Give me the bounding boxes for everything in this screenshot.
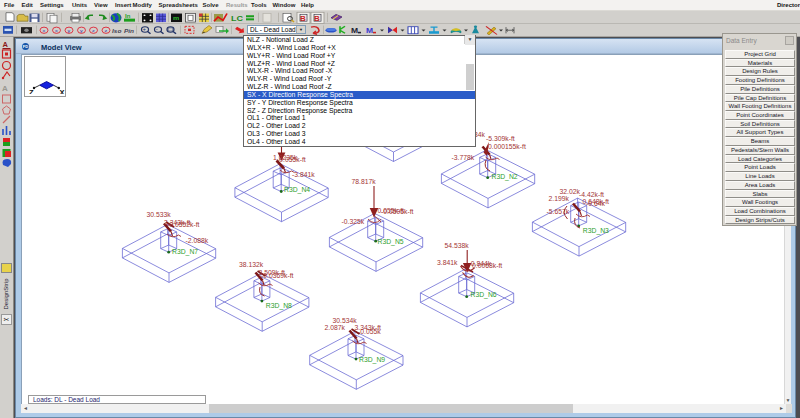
svg-text:-5.309k-ft: -5.309k-ft [486, 135, 515, 142]
svg-text:R3D_N6: R3D_N6 [471, 291, 497, 299]
svg-text:38.132k: 38.132k [239, 261, 264, 268]
svg-text:M: M [366, 27, 373, 35]
svg-text:R3D_N7: R3D_N7 [172, 248, 198, 256]
svg-text:y: y [80, 28, 83, 32]
svg-text:Iso: Iso [112, 28, 122, 33]
svg-text:+: + [143, 27, 147, 32]
svg-text:-0.0369k-ft: -0.0369k-ft [261, 272, 294, 279]
svg-text:2.087k: 2.087k [325, 324, 346, 331]
svg-text:-3.778k: -3.778k [452, 154, 475, 161]
svg-text:54.538k: 54.538k [445, 242, 470, 249]
svg-text:-2.088k: -2.088k [186, 237, 209, 244]
svg-text:M: M [351, 27, 358, 35]
svg-text:R3D_N9: R3D_N9 [359, 356, 385, 364]
svg-text:0.000155k-ft: 0.000155k-ft [488, 143, 526, 150]
svg-text:R3D_N5: R3D_N5 [378, 238, 404, 246]
svg-text:m: m [173, 15, 179, 21]
svg-text:-0.64k: -0.64k [586, 200, 605, 207]
svg-text:X: X [59, 88, 64, 95]
svg-text:In: In [125, 13, 131, 18]
svg-text:78.817k: 78.817k [352, 178, 377, 185]
svg-text:3.841k: 3.841k [437, 259, 458, 266]
svg-text:Z: Z [29, 88, 34, 95]
svg-text:Pin: Pin [124, 28, 135, 33]
svg-text:-3.841k: -3.841k [292, 171, 315, 178]
svg-text:-4.42k-ft: -4.42k-ft [579, 191, 604, 198]
svg-text:32.02k: 32.02k [560, 188, 581, 195]
svg-text:R3D_N2: R3D_N2 [492, 173, 518, 181]
svg-text:30.534k: 30.534k [333, 317, 358, 324]
svg-text:z: z [105, 28, 108, 32]
svg-text:R3D_N8: R3D_N8 [266, 302, 292, 310]
svg-text:-5.657k: -5.657k [547, 208, 570, 215]
svg-text:0.0068k-ft: 0.0068k-ft [472, 262, 502, 269]
svg-text:-0.055k-ft: -0.055k-ft [277, 156, 306, 163]
svg-text:-0.055k: -0.055k [358, 328, 381, 335]
svg-text:-0.0552k-ft: -0.0552k-ft [167, 221, 200, 228]
svg-text:A: A [2, 84, 8, 93]
svg-text:30.533k: 30.533k [147, 211, 172, 218]
svg-text:-0.325k: -0.325k [342, 218, 365, 225]
svg-text:x: x [43, 28, 46, 32]
svg-text:-: - [156, 27, 158, 32]
svg-text:LC: LC [231, 13, 243, 22]
svg-text:2.199k: 2.199k [549, 195, 570, 202]
svg-text:x: x [55, 28, 58, 32]
svg-text:R3D_N3: R3D_N3 [583, 227, 609, 235]
svg-text:y: y [68, 28, 71, 32]
svg-text:R3D_N4: R3D_N4 [284, 186, 310, 194]
svg-text:z: z [92, 28, 95, 32]
svg-text:A: A [3, 40, 9, 49]
svg-text:-0.0595k-ft: -0.0595k-ft [381, 208, 414, 215]
